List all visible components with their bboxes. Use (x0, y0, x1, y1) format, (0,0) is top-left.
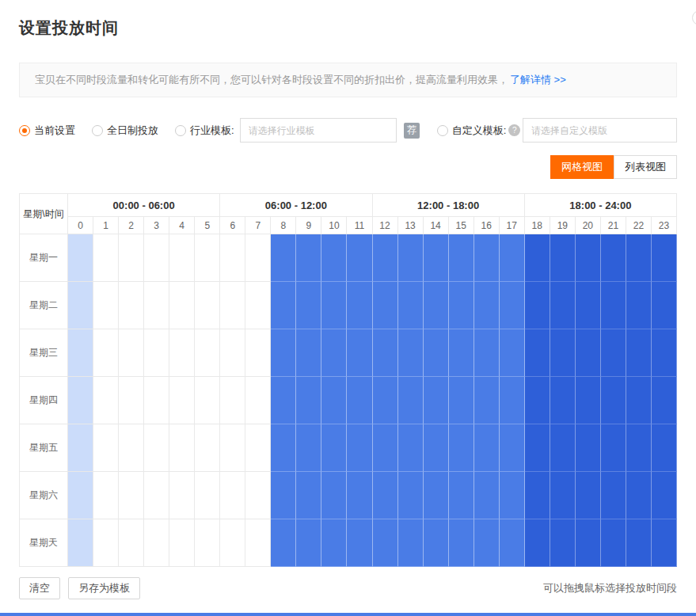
grid-cell[interactable] (550, 234, 576, 282)
grid-cell[interactable] (68, 234, 93, 282)
grid-cell[interactable] (271, 377, 296, 424)
grid-cell[interactable] (245, 377, 271, 424)
grid-cell[interactable] (68, 472, 93, 519)
grid-cell[interactable] (195, 377, 220, 424)
grid-cell[interactable] (245, 234, 271, 282)
grid-cell[interactable] (373, 377, 398, 424)
grid-cell[interactable] (601, 282, 626, 329)
grid-cell[interactable] (373, 472, 398, 519)
grid-cell[interactable] (550, 282, 576, 329)
grid-cell[interactable] (347, 234, 372, 282)
grid-cell[interactable] (474, 234, 500, 282)
grid-cell[interactable] (321, 234, 347, 282)
grid-cell[interactable] (373, 282, 398, 329)
grid-cell[interactable] (271, 424, 296, 472)
grid-cell[interactable] (500, 472, 525, 519)
grid-cell[interactable] (245, 519, 271, 567)
grid-cell[interactable] (321, 424, 347, 472)
grid-cell[interactable] (220, 282, 245, 329)
grid-cell[interactable] (296, 519, 321, 567)
grid-cell[interactable] (68, 329, 93, 377)
grid-cell[interactable] (321, 519, 347, 567)
grid-cell[interactable] (550, 519, 576, 567)
grid-cell[interactable] (652, 282, 677, 329)
grid-cell[interactable] (68, 377, 93, 424)
grid-cell[interactable] (195, 282, 220, 329)
grid-cell[interactable] (449, 329, 474, 377)
grid-cell[interactable] (296, 329, 321, 377)
grid-cell[interactable] (68, 424, 93, 472)
grid-cell[interactable] (652, 519, 677, 567)
grid-cell[interactable] (144, 472, 169, 519)
grid-cell[interactable] (398, 472, 424, 519)
grid-cell[interactable] (119, 377, 144, 424)
grid-cell[interactable] (576, 329, 601, 377)
grid-cell[interactable] (144, 424, 169, 472)
grid-cell[interactable] (169, 234, 195, 282)
grid-cell[interactable] (449, 234, 474, 282)
grid-cell[interactable] (652, 329, 677, 377)
grid-cell[interactable] (245, 424, 271, 472)
grid-cell[interactable] (347, 329, 372, 377)
grid-cell[interactable] (525, 472, 550, 519)
grid-cell[interactable] (474, 519, 500, 567)
grid-cell[interactable] (119, 329, 144, 377)
grid-cell[interactable] (271, 282, 296, 329)
grid-cell[interactable] (220, 424, 245, 472)
grid-cell[interactable] (245, 282, 271, 329)
grid-cell[interactable] (576, 519, 601, 567)
grid-cell[interactable] (169, 472, 195, 519)
grid-cell[interactable] (525, 282, 550, 329)
grid-cell[interactable] (93, 519, 119, 567)
grid-cell[interactable] (525, 234, 550, 282)
help-icon[interactable]: ? (508, 124, 520, 136)
grid-cell[interactable] (271, 472, 296, 519)
grid-cell[interactable] (398, 424, 424, 472)
grid-cell[interactable] (271, 329, 296, 377)
grid-cell[interactable] (296, 282, 321, 329)
grid-cell[interactable] (296, 377, 321, 424)
grid-cell[interactable] (500, 424, 525, 472)
grid-cell[interactable] (652, 472, 677, 519)
grid-cell[interactable] (626, 424, 652, 472)
list-view-button[interactable]: 列表视图 (614, 155, 677, 179)
radio-current-settings[interactable]: 当前设置 (19, 124, 75, 138)
grid-cell[interactable] (93, 472, 119, 519)
grid-cell[interactable] (550, 377, 576, 424)
grid-cell[interactable] (626, 519, 652, 567)
grid-cell[interactable] (398, 234, 424, 282)
grid-cell[interactable] (373, 234, 398, 282)
grid-cell[interactable] (626, 472, 652, 519)
grid-cell[interactable] (424, 329, 449, 377)
grid-cell[interactable] (119, 472, 144, 519)
grid-cell[interactable] (601, 329, 626, 377)
grid-cell[interactable] (576, 377, 601, 424)
grid-cell[interactable] (93, 424, 119, 472)
grid-cell[interactable] (474, 282, 500, 329)
grid-cell[interactable] (500, 234, 525, 282)
radio-all-day[interactable]: 全日制投放 (92, 124, 158, 138)
grid-cell[interactable] (220, 472, 245, 519)
grid-cell[interactable] (601, 424, 626, 472)
grid-view-button[interactable]: 网格视图 (550, 155, 614, 179)
grid-cell[interactable] (398, 329, 424, 377)
grid-cell[interactable] (347, 282, 372, 329)
radio-industry-template[interactable]: 行业模板: (175, 124, 234, 138)
grid-cell[interactable] (474, 424, 500, 472)
grid-cell[interactable] (169, 329, 195, 377)
grid-cell[interactable] (144, 519, 169, 567)
grid-cell[interactable] (195, 424, 220, 472)
custom-template-input[interactable] (523, 118, 677, 143)
grid-cell[interactable] (474, 329, 500, 377)
grid-cell[interactable] (321, 329, 347, 377)
grid-cell[interactable] (373, 519, 398, 567)
grid-cell[interactable] (220, 234, 245, 282)
grid-cell[interactable] (576, 234, 601, 282)
grid-cell[interactable] (144, 234, 169, 282)
grid-cell[interactable] (424, 519, 449, 567)
grid-cell[interactable] (424, 424, 449, 472)
clear-button[interactable]: 清空 (19, 577, 60, 599)
grid-cell[interactable] (449, 424, 474, 472)
grid-cell[interactable] (68, 282, 93, 329)
grid-cell[interactable] (93, 282, 119, 329)
